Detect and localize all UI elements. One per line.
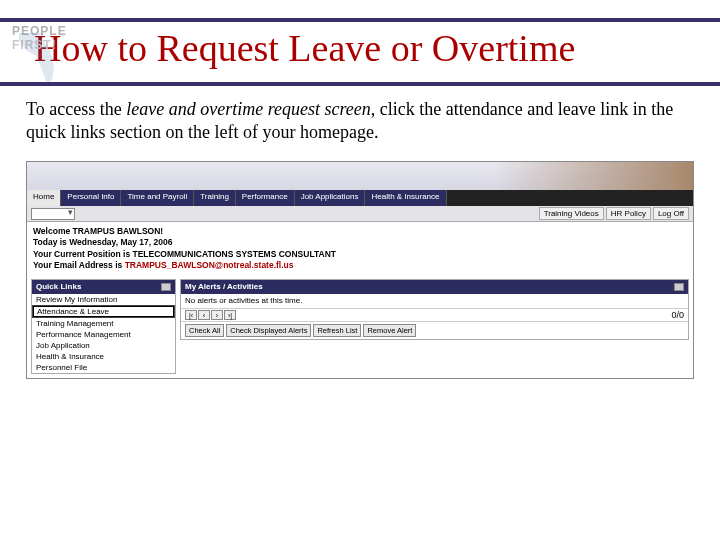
welcome-block: Welcome TRAMPUS BAWLSON! Today is Wednes… [27,222,693,276]
btn-remove-alert[interactable]: Remove Alert [363,324,416,337]
pager-count: 0/0 [671,310,684,320]
quick-links-panel: Quick Links Review My Information Attend… [31,279,176,374]
link-log-off[interactable]: Log Off [653,207,689,220]
alerts-header: My Alerts / Activities [185,282,263,291]
alerts-body: No alerts or activities at this time. [181,294,688,308]
ql-review-info[interactable]: Review My Information [32,294,175,305]
embedded-screenshot: Home Personal Info Time and Payroll Trai… [26,161,694,379]
tab-job-applications[interactable]: Job Applications [295,190,366,206]
tab-training[interactable]: Training [194,190,236,206]
tab-health-insurance[interactable]: Health & Insurance [365,190,446,206]
ql-job-application[interactable]: Job Application [32,340,175,351]
quick-links-header: Quick Links [36,282,81,291]
window-icon[interactable] [161,283,171,291]
instruction-text: To access the leave and overtime request… [0,86,720,157]
window-icon[interactable] [674,283,684,291]
link-training-videos[interactable]: Training Videos [539,207,604,220]
link-hr-policy[interactable]: HR Policy [606,207,651,220]
sub-toolbar: Training Videos HR Policy Log Off [27,206,693,222]
banner-image [27,162,693,190]
pager-buttons[interactable]: |‹‹››| [185,310,236,320]
ql-performance-mgmt[interactable]: Performance Management [32,329,175,340]
tab-home[interactable]: Home [27,190,61,206]
btn-check-displayed[interactable]: Check Displayed Alerts [226,324,311,337]
florida-map-icon [14,28,64,88]
btn-refresh-list[interactable]: Refresh List [313,324,361,337]
tab-personal-info[interactable]: Personal Info [61,190,121,206]
page-title: How to Request Leave or Overtime [0,22,720,76]
btn-check-all[interactable]: Check All [185,324,224,337]
dropdown[interactable] [31,208,75,220]
ql-health-insurance[interactable]: Health & Insurance [32,351,175,362]
tab-performance[interactable]: Performance [236,190,295,206]
alerts-panel: My Alerts / Activities No alerts or acti… [180,279,689,340]
ql-training-mgmt[interactable]: Training Management [32,318,175,329]
nav-tabs: Home Personal Info Time and Payroll Trai… [27,190,693,206]
ql-attendance-leave[interactable]: Attendance & Leave [32,305,175,318]
ql-personnel-file[interactable]: Personnel File [32,362,175,373]
tab-time-payroll[interactable]: Time and Payroll [121,190,194,206]
